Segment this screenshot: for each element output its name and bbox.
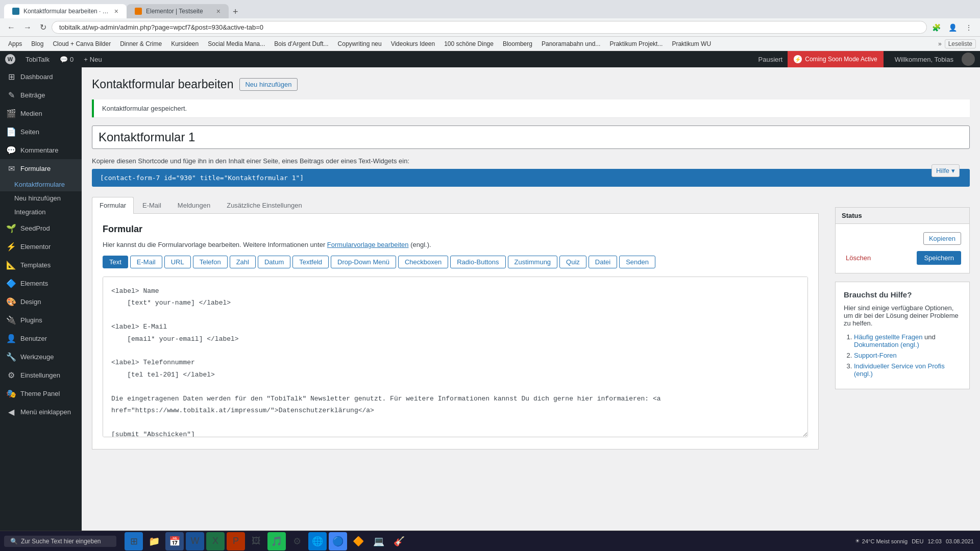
sidebar-item-theme-panel[interactable]: 🎭 Theme Panel bbox=[0, 384, 82, 403]
bookmark-social[interactable]: Social Media Mana... bbox=[204, 39, 269, 48]
tab-formular[interactable]: Formular bbox=[92, 197, 134, 214]
sidebar-item-seiten[interactable]: 📄 Seiten bbox=[0, 122, 82, 141]
field-btn-url[interactable]: URL bbox=[164, 256, 191, 268]
field-btn-dropdown[interactable]: Drop-Down Menü bbox=[331, 256, 396, 268]
bookmark-dinner[interactable]: Dinner & Crime bbox=[116, 39, 166, 48]
code-editor[interactable]: <label> Name [text* your-name] </label> … bbox=[103, 277, 808, 437]
taskbar-app-excel[interactable]: X bbox=[206, 532, 225, 550]
new-item[interactable]: + Neu bbox=[79, 51, 107, 67]
tab-close-1[interactable]: × bbox=[114, 7, 118, 15]
help-button[interactable]: Hilfe ▾ bbox=[932, 164, 960, 177]
bookmark-video[interactable]: Videokurs Ideen bbox=[387, 39, 439, 48]
taskbar-app-pp[interactable]: P bbox=[227, 532, 245, 550]
formularvorlage-link[interactable]: Formularvorlage bearbeiten bbox=[327, 241, 409, 248]
taskbar-search[interactable]: 🔍 Zur Suche Text hier eingeben bbox=[4, 536, 116, 547]
taskbar-app-misc1[interactable]: 🔶 bbox=[349, 532, 368, 550]
taskbar-app-misc3[interactable]: 🎸 bbox=[390, 532, 408, 550]
tab-close-2[interactable]: × bbox=[216, 7, 220, 15]
field-btn-checkboxen[interactable]: Checkboxen bbox=[398, 256, 448, 268]
sidebar-item-seedprod[interactable]: 🌱 SeedProd bbox=[0, 219, 82, 237]
sidebar-item-formulare[interactable]: ✉ Formulare bbox=[0, 159, 82, 178]
field-btn-datei[interactable]: Datei bbox=[589, 256, 617, 268]
taskbar-app-chrome[interactable]: 🔵 bbox=[329, 532, 347, 550]
welcome-item[interactable]: Willkommen, Tobias bbox=[884, 51, 980, 67]
settings-icon[interactable]: ⋮ bbox=[962, 20, 976, 35]
save-button[interactable]: Speichern bbox=[917, 251, 961, 265]
bookmark-praktikum2[interactable]: Praktikum WU bbox=[668, 39, 715, 48]
field-btn-zustimmung[interactable]: Zustimmung bbox=[508, 256, 558, 268]
field-btn-senden[interactable]: Senden bbox=[619, 256, 655, 268]
back-button[interactable]: ← bbox=[4, 21, 18, 34]
bookmark-panorama[interactable]: Panoramabahn und... bbox=[537, 39, 604, 48]
site-name-item[interactable]: TobiTalk bbox=[20, 51, 55, 67]
help-link-faq[interactable]: Häufig gestellte Fragen bbox=[854, 333, 922, 341]
profile-icon[interactable]: 👤 bbox=[945, 20, 960, 35]
coming-soon-badge[interactable]: Coming Soon Mode Active bbox=[788, 51, 883, 67]
comments-item[interactable]: 💬 0 bbox=[55, 51, 79, 67]
tab-email[interactable]: E-Mail bbox=[135, 197, 169, 213]
taskbar-app-misc2[interactable]: 💻 bbox=[370, 532, 388, 550]
sidebar-item-elements[interactable]: 🔷 Elements bbox=[0, 274, 82, 292]
bookmark-praktikum1[interactable]: Praktikum Projekt... bbox=[605, 39, 667, 48]
field-btn-quiz[interactable]: Quiz bbox=[559, 256, 586, 268]
sidebar-item-einstellungen[interactable]: ⚙ Einstellungen bbox=[0, 366, 82, 384]
help-link-pro[interactable]: Individueller Service von Profis (engl.) bbox=[854, 362, 945, 378]
taskbar-app-edge[interactable]: 🌐 bbox=[308, 532, 327, 550]
shortcode-box[interactable]: [contact-form-7 id="930" title="Kontaktf… bbox=[92, 169, 970, 187]
sidebar-item-templates[interactable]: 📐 Templates bbox=[0, 256, 82, 274]
field-btn-datum[interactable]: Datum bbox=[258, 256, 290, 268]
forward-button[interactable]: → bbox=[20, 21, 35, 34]
bookmark-bloomberg[interactable]: Bloomberg bbox=[499, 39, 536, 48]
bookmark-bois[interactable]: Bois d'Argent Duft... bbox=[270, 39, 332, 48]
sidebar-item-beitraege[interactable]: ✎ Beiträge bbox=[0, 86, 82, 104]
field-btn-radio[interactable]: Radio-Buttons bbox=[450, 256, 505, 268]
taskbar-app-windows[interactable]: ⊞ bbox=[125, 532, 143, 550]
bookmark-canva[interactable]: Cloud + Canva Bilder bbox=[48, 39, 115, 48]
taskbar-app-spotify[interactable]: 🎵 bbox=[267, 532, 286, 550]
copy-button[interactable]: Kopieren bbox=[923, 232, 961, 245]
field-btn-text[interactable]: Text bbox=[103, 256, 128, 268]
field-btn-textfeld[interactable]: Textfeld bbox=[292, 256, 329, 268]
bookmark-copy[interactable]: Copywriting neu bbox=[334, 39, 386, 48]
sidebar-item-benutzer[interactable]: 👤 Benutzer bbox=[0, 329, 82, 347]
pause-item[interactable]: Pausiert bbox=[753, 51, 788, 67]
browser-tab-active[interactable]: Kontaktformular bearbeiten · To... × bbox=[4, 4, 127, 18]
wp-logo-item[interactable]: W bbox=[0, 51, 20, 67]
tab-meldungen[interactable]: Meldungen bbox=[170, 197, 218, 213]
tab-zusaetzliche[interactable]: Zusätzliche Einstellungen bbox=[219, 197, 309, 213]
bookmarks-more[interactable]: » bbox=[938, 40, 942, 47]
reload-button[interactable]: ↻ bbox=[37, 20, 50, 34]
form-name-input[interactable] bbox=[92, 126, 970, 149]
taskbar-app-calendar[interactable]: 📅 bbox=[165, 532, 184, 550]
bookmark-kurs[interactable]: Kursideen bbox=[167, 39, 203, 48]
sidebar-sub-kontaktformulare[interactable]: Kontaktformulare bbox=[0, 178, 82, 191]
sidebar-item-werkzeuge[interactable]: 🔧 Werkzeuge bbox=[0, 347, 82, 366]
help-link-support[interactable]: Support-Foren bbox=[854, 352, 897, 359]
bookmark-100[interactable]: 100 schöne Dinge bbox=[440, 39, 498, 48]
sidebar-item-kommentare[interactable]: 💬 Kommentare bbox=[0, 141, 82, 159]
new-tab-button[interactable]: + bbox=[229, 6, 242, 18]
address-bar[interactable] bbox=[52, 21, 927, 34]
taskbar-app-photos[interactable]: 🖼 bbox=[247, 532, 265, 550]
field-btn-email[interactable]: E-Mail bbox=[130, 256, 162, 268]
new-add-button[interactable]: Neu hinzufügen bbox=[239, 78, 297, 91]
sidebar-sub-neuhinzufuegen[interactable]: Neu hinzufügen bbox=[0, 191, 82, 205]
field-btn-telefon[interactable]: Telefon bbox=[193, 256, 228, 268]
bookmark-blog[interactable]: Blog bbox=[27, 39, 47, 48]
sidebar-item-medien[interactable]: 🎬 Medien bbox=[0, 104, 82, 122]
sidebar-item-plugins[interactable]: 🔌 Plugins bbox=[0, 311, 82, 329]
taskbar-app-word[interactable]: W bbox=[186, 532, 204, 550]
sidebar-item-design[interactable]: 🎨 Design bbox=[0, 292, 82, 311]
sidebar-item-dashboard[interactable]: ⊞ Dashboard bbox=[0, 67, 82, 86]
sidebar-item-elementor[interactable]: ⚡ Elementor bbox=[0, 237, 82, 256]
field-btn-zahl[interactable]: Zahl bbox=[230, 256, 256, 268]
delete-button[interactable]: Löschen bbox=[844, 252, 873, 264]
taskbar-app-settings[interactable]: ⚙ bbox=[288, 532, 306, 550]
sidebar-sub-integration[interactable]: Integration bbox=[0, 205, 82, 219]
leseliste-btn[interactable]: Leseliste bbox=[945, 39, 976, 48]
sidebar-item-menue-einklappen[interactable]: ◀ Menü einklappen bbox=[0, 403, 82, 421]
bookmark-apps[interactable]: Apps bbox=[4, 39, 26, 48]
extensions-icon[interactable]: 🧩 bbox=[929, 20, 943, 35]
browser-tab-inactive[interactable]: Elementor | Testseite × bbox=[127, 4, 229, 18]
taskbar-app-taskview[interactable]: 📁 bbox=[145, 532, 163, 550]
